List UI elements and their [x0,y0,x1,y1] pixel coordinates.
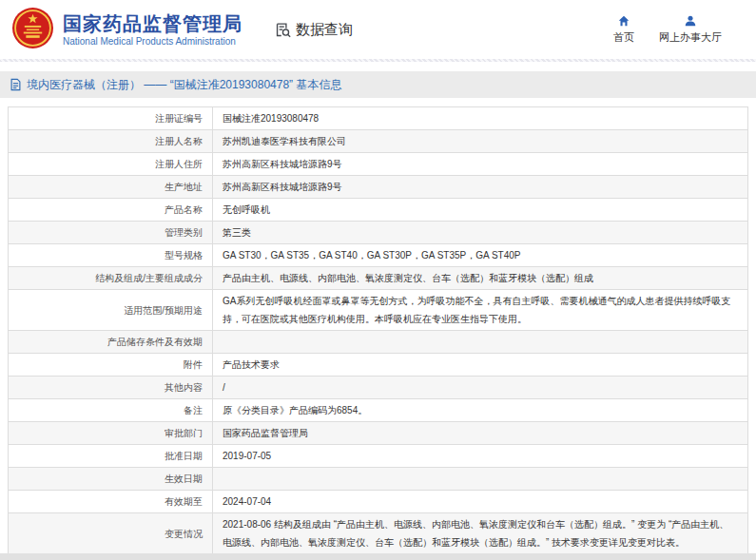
page: 国家药品监督管理局 National Medical Products Admi… [0,0,756,560]
home-icon [617,14,630,28]
nav-home[interactable]: 首页 [613,14,634,45]
row-label: 生产地址 [9,176,213,199]
table-row: 产品储存条件及有效期 [9,331,748,354]
person-icon [684,14,697,28]
nav-service-hall[interactable]: 网上办事大厅 [659,14,722,45]
row-label: 生效日期 [9,468,213,491]
row-value: 2021-08-06 结构及组成由 “产品由主机、电源线、内部电池、氧浓度测定仪… [213,513,748,554]
org-title-block: 国家药品监督管理局 National Medical Products Admi… [63,13,242,47]
row-value: GA系列无创呼吸机经面罩或鼻罩等无创方式，为呼吸功能不全，具有自主呼吸、需要机械… [213,290,748,331]
row-label: 管理类别 [9,222,213,244]
table-row: 生产地址苏州高新区科技城培源路9号 [9,176,748,199]
row-value: 2024-07-04 [213,491,748,513]
table-row: 批准日期2019-07-05 [9,445,748,468]
table-row: 型号规格GA ST30，GA ST35，GA ST40，GA ST30P，GA … [9,244,748,267]
site-header: 国家药品监督管理局 National Medical Products Admi… [0,0,756,59]
row-value [213,468,748,491]
table-row: 结构及组成/主要组成成分产品由主机、电源线、内部电池、氧浓度测定仪、台车（选配）… [9,267,748,290]
row-label: 备注 [9,399,213,422]
table-row: 其他内容/ [9,377,748,399]
row-value: 2019-07-05 [213,445,748,468]
table-row: 审批部门国家药品监督管理局 [9,422,748,445]
nav-data-query[interactable]: 数据查询 [275,21,353,39]
row-value: GA ST30，GA ST35，GA ST40，GA ST30P，GA ST35… [213,244,748,267]
table-row: 管理类别第三类 [9,222,748,244]
row-value: / [213,377,748,399]
org-title-zh: 国家药品监督管理局 [63,13,242,34]
footer-bar [0,553,756,560]
row-label: 审批部门 [9,422,213,445]
nav-home-label: 首页 [613,30,634,45]
breadcrumb: 境内医疗器械（注册） —— “国械注准20193080478” 基本信息 [0,71,756,98]
national-emblem-logo [11,7,54,53]
table-row: 变更情况2021-08-06 结构及组成由 “产品由主机、电源线、内部电池、氧浓… [9,513,748,554]
detail-table-body: 注册证编号国械注准20193080478注册人名称苏州凯迪泰医学科技有限公司注册… [9,107,748,560]
detail-table: 注册证编号国械注准20193080478注册人名称苏州凯迪泰医学科技有限公司注册… [8,106,748,560]
row-label: 产品名称 [9,199,213,222]
row-label: 附件 [9,354,213,377]
row-value: 苏州高新区科技城培源路9号 [213,176,748,199]
row-value: 产品技术要求 [213,354,748,377]
row-value [213,331,748,354]
table-row: 备注原《分类目录》产品编码为6854。 [9,399,748,422]
table-row: 注册证编号国械注准20193080478 [9,107,748,130]
table-row: 产品名称无创呼吸机 [9,199,748,222]
row-label: 注册证编号 [9,107,213,130]
row-label: 其他内容 [9,377,213,399]
table-row: 注册人名称苏州凯迪泰医学科技有限公司 [9,130,748,153]
row-value: 苏州高新区科技城培源路9号 [213,153,748,176]
table-row: 附件产品技术要求 [9,354,748,377]
row-label: 变更情况 [9,513,213,554]
row-label: 有效期至 [9,491,213,513]
nav-data-query-label: 数据查询 [296,21,353,39]
table-row: 生效日期 [9,468,748,491]
nav-service-hall-label: 网上办事大厅 [659,30,722,45]
breadcrumb-text: 境内医疗器械（注册） —— “国械注准20193080478” 基本信息 [27,77,341,93]
row-label: 结构及组成/主要组成成分 [9,267,213,290]
row-value: 国械注准20193080478 [213,107,748,130]
table-row: 有效期至2024-07-04 [9,491,748,513]
table-row: 适用范围/预期用途GA系列无创呼吸机经面罩或鼻罩等无创方式，为呼吸功能不全，具有… [9,290,748,331]
row-label: 注册人名称 [9,130,213,153]
row-value: 国家药品监督管理局 [213,422,748,445]
row-value: 第三类 [213,222,748,244]
row-value: 产品由主机、电源线、内部电池、氧浓度测定仪、台车（选配）和蓝牙模块（选配）组成 [213,267,748,290]
row-value: 原《分类目录》产品编码为6854。 [213,399,748,422]
document-icon [10,78,22,91]
document-search-icon [275,22,291,38]
row-label: 型号规格 [9,244,213,267]
row-value: 无创呼吸机 [213,199,748,222]
row-label: 适用范围/预期用途 [9,290,213,331]
row-label: 批准日期 [9,445,213,468]
header-separator [0,59,756,62]
top-nav: 首页 网上办事大厅 [613,14,722,45]
table-row: 注册人住所苏州高新区科技城培源路9号 [9,153,748,176]
row-label: 产品储存条件及有效期 [9,331,213,354]
row-label: 注册人住所 [9,153,213,176]
row-value: 苏州凯迪泰医学科技有限公司 [213,130,748,153]
org-title-en: National Medical Products Administration [63,36,242,47]
